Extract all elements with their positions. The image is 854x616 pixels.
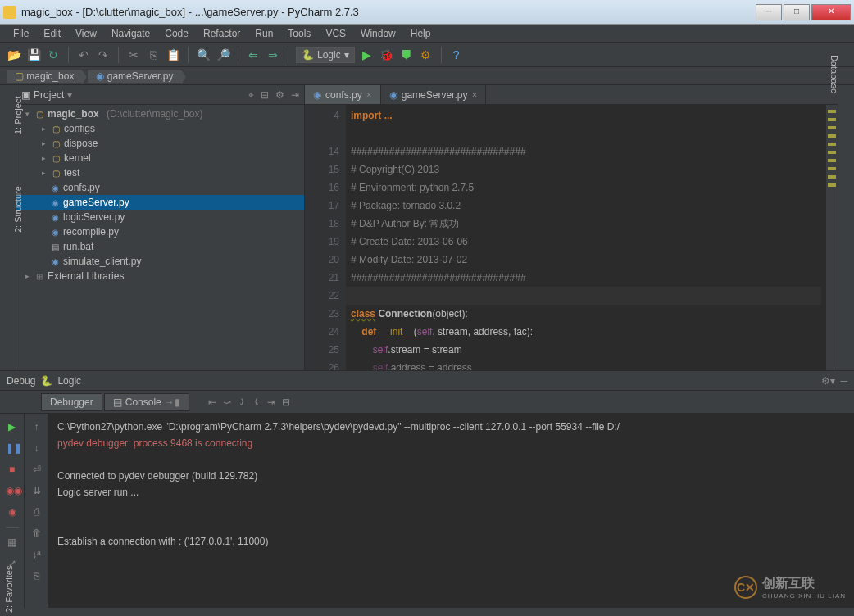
tree-file[interactable]: ◉logicServer.py	[16, 210, 304, 224]
run-icon[interactable]: ▶	[360, 48, 375, 62]
run-to-cursor-icon[interactable]: ⇥	[265, 396, 278, 409]
tree-folder[interactable]: ▸▢dispose	[16, 136, 304, 151]
main-area: 1: Project 2: Structure ▣ Project ▾ ⌖ ⊟ …	[0, 85, 854, 370]
debug-icon[interactable]: 🐞	[379, 48, 394, 62]
forward-icon[interactable]: ⇒	[266, 48, 280, 62]
debug-panel: Debug 🐍 Logic ⚙▾ ─ Debugger ▤Console →▮ …	[0, 370, 854, 608]
scroll-icon[interactable]: ⇊	[30, 484, 43, 497]
run-config-label: Logic	[317, 49, 341, 61]
back-icon[interactable]: ⇐	[246, 48, 261, 62]
menu-navigate[interactable]: Navigate	[105, 26, 157, 41]
gear-icon[interactable]: ⚙	[275, 89, 284, 101]
python-icon: 🐍	[40, 375, 52, 387]
tree-external[interactable]: ▸⊞External Libraries	[16, 269, 304, 283]
debug-body: ▶ ❚❚ ■ ◉◉ ◉ ▦ ⤢ ↑ ↓ ⏎ ⇊ ⎙ 🗑 ↓ª ⎘ C:\Pyth…	[0, 414, 854, 608]
step-icon[interactable]: ⇤	[206, 396, 219, 409]
sort-icon[interactable]: ↓ª	[30, 548, 43, 561]
tree-file[interactable]: ◉confs.py	[16, 180, 304, 195]
menu-window[interactable]: Window	[354, 26, 402, 41]
sidetab-project[interactable]: 1: Project	[13, 97, 23, 134]
undo-icon[interactable]: ↶	[76, 48, 91, 62]
menu-tools[interactable]: Tools	[281, 26, 317, 41]
export-icon[interactable]: ⎘	[30, 569, 43, 582]
cut-icon[interactable]: ✂	[126, 48, 141, 62]
help-icon[interactable]: ?	[449, 48, 464, 62]
console-tab[interactable]: ▤Console →▮	[104, 393, 189, 411]
menu-code[interactable]: Code	[158, 26, 195, 41]
open-icon[interactable]: 📂	[7, 48, 21, 62]
hide-panel-icon[interactable]: ─	[840, 375, 847, 387]
console-controls: ↑ ↓ ⏎ ⇊ ⎙ 🗑 ↓ª ⎘	[25, 414, 49, 608]
minimap[interactable]	[826, 105, 838, 370]
sync-icon[interactable]: ↻	[46, 48, 61, 62]
stop-icon[interactable]: ⚙	[419, 48, 434, 62]
menu-file[interactable]: File	[7, 26, 35, 41]
crumb-file[interactable]: ◉ gameServer.py	[88, 70, 182, 83]
tree-file-selected[interactable]: ◉gameServer.py	[16, 195, 304, 210]
tree-file[interactable]: ◉simulate_client.py	[16, 254, 304, 269]
close-tab-icon[interactable]: ×	[471, 89, 477, 101]
tree-file[interactable]: ▤run.bat	[16, 239, 304, 254]
evaluate-icon[interactable]: ⊟	[279, 396, 293, 409]
console-icon: ▤	[113, 396, 122, 408]
code-area[interactable]: import ... #############################…	[346, 105, 826, 370]
window-title: magic_box - [D:\clutter\magic_box] - ...…	[21, 6, 756, 18]
copy-icon[interactable]: ⎘	[146, 48, 161, 62]
menu-help[interactable]: Help	[404, 26, 438, 41]
close-tab-icon[interactable]: ×	[366, 89, 372, 101]
tree-root[interactable]: ▾▢magic_box (D:\clutter\magic_box)	[16, 106, 304, 121]
debug-header: Debug 🐍 Logic ⚙▾ ─	[0, 371, 854, 391]
chevron-down-icon[interactable]: ▾	[67, 89, 72, 101]
up-icon[interactable]: ↑	[30, 420, 43, 433]
gear-icon[interactable]: ⚙▾	[821, 375, 835, 387]
down-icon[interactable]: ↓	[30, 442, 43, 455]
menu-edit[interactable]: Edit	[37, 26, 67, 41]
layout-icon[interactable]: ▦	[6, 536, 19, 549]
sidetab-structure[interactable]: 2: Structure	[13, 186, 23, 233]
editor-tab-active[interactable]: ◉gameServer.py×	[381, 85, 487, 104]
debugger-tab[interactable]: Debugger	[41, 393, 102, 411]
hide-icon[interactable]: ⇥	[291, 89, 299, 101]
close-button[interactable]: ✕	[811, 4, 851, 20]
run-config-selector[interactable]: 🐍 Logic ▾	[296, 47, 355, 63]
main-toolbar: 📂 💾 ↻ ↶ ↷ ✂ ⎘ 📋 🔍 🔎 ⇐ ⇒ 🐍 Logic ▾ ▶ 🐞 ⛊ …	[0, 43, 854, 67]
project-panel-header: ▣ Project ▾ ⌖ ⊟ ⚙ ⇥	[16, 85, 304, 105]
view-breakpoints-icon[interactable]: ◉◉	[6, 484, 19, 497]
locate-icon[interactable]: ⌖	[248, 89, 254, 101]
tree-file[interactable]: ◉recompile.py	[16, 224, 304, 239]
menu-view[interactable]: View	[69, 26, 103, 41]
print-icon[interactable]: ⎙	[30, 505, 43, 519]
minimize-button[interactable]: ─	[756, 4, 782, 20]
sidetab-favorites[interactable]: 2: Favorites	[4, 596, 14, 613]
tree-folder[interactable]: ▸▢test	[16, 165, 304, 180]
editor-tab[interactable]: ◉confs.py×	[305, 85, 381, 104]
redo-icon[interactable]: ↷	[96, 48, 111, 62]
crumb-root[interactable]: ▢ magic_box	[7, 70, 83, 83]
project-tree[interactable]: ▾▢magic_box (D:\clutter\magic_box) ▸▢con…	[16, 105, 304, 370]
pause-icon[interactable]: ❚❚	[6, 442, 19, 455]
step-into-icon[interactable]: ⤸	[235, 396, 248, 409]
sidetab-database[interactable]: Database	[829, 55, 839, 93]
menu-vcs[interactable]: VCS	[319, 26, 352, 41]
coverage-icon[interactable]: ⛊	[399, 48, 414, 62]
tree-folder[interactable]: ▸▢kernel	[16, 151, 304, 165]
collapse-icon[interactable]: ⊟	[261, 89, 269, 101]
save-icon[interactable]: 💾	[26, 48, 41, 62]
stop-icon[interactable]: ■	[6, 463, 19, 476]
wrap-icon[interactable]: ⏎	[30, 463, 43, 476]
step-out-icon[interactable]: ⤹	[250, 396, 263, 409]
menu-run[interactable]: Run	[248, 26, 279, 41]
paste-icon[interactable]: 📋	[166, 48, 180, 62]
maximize-button[interactable]: □	[784, 4, 810, 20]
chevron-down-icon: ▾	[344, 49, 349, 61]
step-over-icon[interactable]: ⤻	[220, 396, 234, 409]
editor-body[interactable]: 4 14151617181920212223242526 import ... …	[305, 105, 838, 370]
console-output[interactable]: C:\Python27\python.exe "D:\program\PyCha…	[49, 414, 854, 608]
replace-icon[interactable]: 🔎	[216, 48, 230, 62]
clear-icon[interactable]: 🗑	[30, 527, 43, 540]
tree-folder[interactable]: ▸▢configs	[16, 121, 304, 136]
mute-breakpoints-icon[interactable]: ◉	[6, 505, 19, 519]
find-icon[interactable]: 🔍	[196, 48, 211, 62]
menu-refactor[interactable]: Refactor	[197, 26, 247, 41]
resume-icon[interactable]: ▶	[6, 420, 19, 433]
